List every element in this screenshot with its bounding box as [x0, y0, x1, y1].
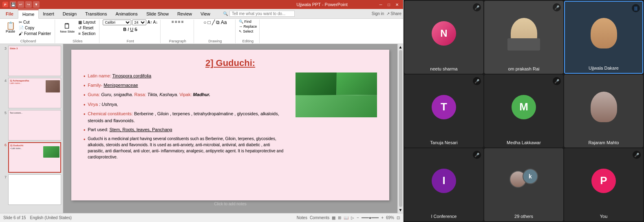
sign-in-button[interactable]: Sign in [372, 11, 384, 16]
italic-button[interactable]: I [128, 27, 129, 32]
slide-images [296, 73, 377, 162]
font-label: Font [127, 39, 134, 43]
tab-slideshow[interactable]: Slide Show [142, 9, 173, 18]
underline-button[interactable]: U [130, 27, 133, 32]
fit-slide-button[interactable]: ⊡ [397, 215, 400, 220]
slide-thumb-7[interactable]: 7 [2, 174, 61, 205]
slide-thumb-5[interactable]: 5 Text content... [2, 110, 61, 141]
slide-body: • Latin name: Tinospora cordifolia • Fam… [84, 73, 377, 162]
close-button[interactable]: ✕ [393, 1, 401, 8]
strikethrough-button[interactable]: S̶ [135, 27, 137, 32]
slide-thumbnail-6-active[interactable]: 2] Guduchi: • Latin name... [8, 142, 61, 173]
plant-image-1 [296, 73, 377, 117]
tell-me-input[interactable] [229, 11, 295, 17]
scroll-thumb[interactable] [399, 50, 402, 207]
section-button[interactable]: ≡Section [77, 31, 97, 36]
mute-indicator-tanuja: 🎤 [473, 77, 481, 85]
font-increase-button[interactable]: A↑ [147, 20, 152, 24]
font-family-select[interactable]: Calibri [103, 20, 131, 25]
tab-insert[interactable]: Insert [39, 9, 59, 18]
justify-button[interactable]: ≡ [181, 20, 184, 24]
tab-file[interactable]: File [2, 9, 18, 18]
tab-transitions[interactable]: Transitions [81, 9, 111, 18]
minimize-button[interactable]: ─ [377, 1, 384, 8]
slide-thumbnail-7[interactable] [8, 174, 61, 205]
maximize-button[interactable]: □ [385, 1, 393, 8]
slide-thumbnail-4[interactable]: 1] Ashwagandha Latin name... [8, 78, 61, 108]
new-slide-button[interactable]: 🗒 New Slide [58, 22, 76, 34]
save-button[interactable]: 💾 [10, 1, 16, 8]
replace-button[interactable]: ↔Replace [239, 24, 257, 29]
reset-button[interactable]: ↺Reset [77, 25, 97, 31]
video-tile-neetu: N 🎤 neetu sharma [404, 1, 483, 74]
redo-button[interactable]: ↪ [25, 1, 32, 8]
find-button[interactable]: 🔍Find [239, 20, 257, 24]
slide-thumbnail-5[interactable]: Text content... [8, 110, 61, 141]
tab-animations[interactable]: Animations [111, 9, 142, 18]
font-decrease-button[interactable]: A↓ [153, 20, 158, 24]
comments-button[interactable]: Comments [310, 215, 329, 220]
scroll-down-button[interactable]: ▼ [399, 208, 403, 212]
slides-panel[interactable]: 3 Slide 3 4 1] Ashwagandha Latin name... [0, 44, 63, 213]
view-slideshow-icon[interactable]: ▷ [351, 215, 354, 220]
notes-button[interactable]: Notes [297, 215, 307, 220]
font-size-select[interactable]: 24 [132, 20, 146, 25]
slide-thumbnail-3[interactable]: Slide 3 [8, 46, 61, 76]
undo-button[interactable]: ↩ [18, 1, 24, 8]
quick-styles-button[interactable]: Aa [221, 20, 227, 25]
paste-button[interactable]: 📋 Paste [4, 21, 17, 34]
participant-name-neetu: neetu sharma [430, 66, 457, 71]
arrange-button[interactable]: ⧉ [216, 20, 220, 25]
tab-home[interactable]: Home [18, 9, 39, 19]
format-painter-button[interactable]: 🖌Format Painter [18, 31, 52, 36]
bold-button[interactable]: B [123, 27, 126, 32]
customize-button[interactable]: ▼ [33, 1, 40, 8]
drawing-label: Drawing [208, 39, 222, 43]
mute-indicator-you: 🎤 [633, 151, 641, 159]
slide-content-area: 2] Guduchi: • Latin name: Tinospora cord… [63, 44, 397, 213]
shape-line-icon[interactable]: ╱ [212, 20, 215, 25]
ribbon-tabs: File Home Insert Design Transitions Anim… [0, 9, 403, 19]
slide-thumb-4[interactable]: 4 1] Ashwagandha Latin name... [2, 78, 61, 108]
tab-view[interactable]: View [196, 9, 215, 18]
slide-thumb-3[interactable]: 3 Slide 3 [2, 46, 61, 76]
tell-me-search[interactable]: 🔍 [215, 11, 372, 17]
view-normal-icon[interactable]: ▦ [332, 215, 335, 220]
share-button[interactable]: ↗Share [386, 11, 401, 16]
align-left-button[interactable]: ≡ [172, 20, 174, 24]
scroll-up-button[interactable]: ▲ [399, 45, 403, 49]
cut-button[interactable]: ✂Cut [18, 20, 52, 25]
view-reading-icon[interactable]: 📖 [344, 215, 348, 220]
layout-button[interactable]: ▦Layout [77, 20, 97, 25]
slide-text-content: • Latin name: Tinospora cordifolia • Fam… [84, 73, 287, 162]
sound-bars-icon: ||| [632, 4, 640, 12]
mic-muted-icon-om: 🎤 [554, 5, 559, 10]
zoom-slider[interactable]: ━━━●━━━ [362, 215, 379, 220]
mic-muted-icon-medha: 🎤 [554, 79, 559, 84]
align-center-button[interactable]: ≡ [175, 20, 177, 24]
powerpoint-window: P 💾 ↩ ↪ ▼ Ujjwala PPT - PowerPoint ─ □ ✕… [0, 0, 404, 222]
shape-oval-icon[interactable]: ○ [203, 20, 206, 25]
scrollbar-right[interactable]: ▲ ▼ [397, 44, 403, 213]
mute-indicator-neetu: 🎤 [473, 3, 481, 11]
select-button[interactable]: ↖Select [239, 29, 257, 33]
copy-button[interactable]: 📄Copy [18, 25, 52, 31]
view-slide-sorter-icon[interactable]: ⊞ [338, 215, 341, 220]
slides-group: 🗒 New Slide ▦Layout ↺Reset ≡Section Slid… [56, 20, 99, 43]
zoom-in-button[interactable]: + [381, 215, 384, 220]
bullet-latin: • Latin name: Tinospora cordifolia [84, 73, 287, 80]
add-notes-area[interactable]: Click to add notes [71, 200, 389, 207]
tab-design[interactable]: Design [59, 9, 81, 18]
status-right: Notes Comments ▦ ⊞ 📖 ▷ − ━━━●━━━ + 69% ⊡ [297, 215, 400, 220]
clipboard-small-btns: ✂Cut 📄Copy 🖌Format Painter [18, 20, 52, 36]
editing-label: Editing [243, 39, 254, 43]
slide-thumb-6[interactable]: 6 2] Guduchi: • Latin name... [2, 142, 61, 173]
slide-canvas[interactable]: 2] Guduchi: • Latin name: Tinospora cord… [71, 50, 389, 200]
ribbon-content: 📋 Paste ✂Cut 📄Copy 🖌Format Painter Clipb… [0, 19, 403, 44]
align-right-button[interactable]: ≡ [178, 20, 181, 24]
participant-name-others: 29 others [514, 214, 533, 219]
zoom-out-button[interactable]: − [357, 215, 359, 220]
tab-review[interactable]: Review [173, 9, 196, 18]
video-tile-om: 🎤 om prakash Rai [484, 1, 563, 74]
shape-rect-icon[interactable]: □ [207, 20, 210, 25]
